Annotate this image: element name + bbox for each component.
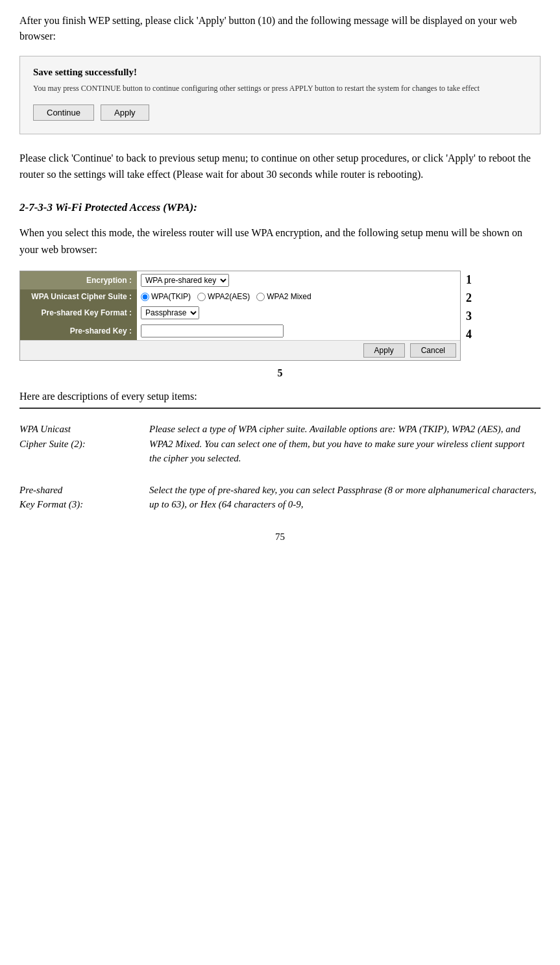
wpa-description: When you select this mode, the wireless … [19,225,541,258]
save-subtitle: You may press CONTINUE button to continu… [33,83,527,94]
desc-row-psk-format: Pre-sharedKey Format (3): Select the typ… [19,479,541,516]
desc-value-psk-format: Select the type of pre-shared key, you c… [149,479,541,516]
save-success-box: Save setting successfully! You may press… [19,56,541,134]
num-3: 3 [466,307,472,325]
wpa-radio-group: WPA(TKIP) WPA2(AES) WPA2 Mixed [141,292,456,301]
encryption-label: Encryption : [20,271,137,289]
continue-text: Please click 'Continue' to back to previ… [19,150,541,183]
wpa-cipher-options: WPA(TKIP) WPA2(AES) WPA2 Mixed [137,289,460,304]
intro-text: After you finish WEP setting, please cli… [19,13,541,44]
psk-key-cell [137,322,460,340]
psk-key-label: Pre-shared Key : [20,322,137,340]
desc-term-psk-format: Pre-sharedKey Format (3): [19,479,149,516]
wpa-cipher-label: WPA Unicast Cipher Suite : [20,289,137,304]
descriptions-table: WPA UnicastCipher Suite (2): Please sele… [19,418,541,516]
encryption-value-cell: WPA pre-shared key [137,271,460,289]
section-heading: 2-7-3-3 Wi-Fi Protected Access (WPA): [19,201,541,214]
encryption-select[interactable]: WPA pre-shared key [141,274,229,287]
desc-row-wpa-cipher: WPA UnicastCipher Suite (2): Please sele… [19,418,541,470]
form-action-row: Apply Cancel [20,340,460,360]
divider [19,408,541,409]
psk-format-cell: Passphrase [137,304,460,322]
setup-form-table: Encryption : WPA pre-shared key WPA Unic… [19,271,461,361]
psk-format-select[interactable]: Passphrase [141,306,199,319]
num-4: 4 [466,325,472,343]
wpa2-mixed-label[interactable]: WPA2 Mixed [256,292,311,301]
row-numbers: 1 2 3 4 [466,271,472,343]
num-1: 1 [466,271,472,289]
wpa2-aes-label[interactable]: WPA2(AES) [197,292,250,301]
psk-format-label: Pre-shared Key Format : [20,304,137,322]
desc-value-wpa-cipher: Please select a type of WPA cipher suite… [149,418,541,470]
wpa2-mixed-radio[interactable] [256,293,265,301]
wpa-tkip-radio[interactable] [141,293,149,301]
continue-button[interactable]: Continue [33,104,94,121]
wpa-cipher-row: WPA Unicast Cipher Suite : WPA(TKIP) WPA… [20,289,460,304]
here-desc: Here are descriptions of every setup ite… [19,391,541,402]
save-buttons: Continue Apply [33,104,527,121]
desc-term-wpa-cipher: WPA UnicastCipher Suite (2): [19,418,149,470]
psk-key-row: Pre-shared Key : [20,322,460,340]
form-apply-button[interactable]: Apply [363,343,405,358]
desc-row-spacer [19,470,541,479]
form-cancel-button[interactable]: Cancel [410,343,456,358]
psk-key-input[interactable] [141,324,284,337]
num-2: 2 [466,289,472,307]
num-5: 5 [19,367,541,379]
wpa2-aes-radio[interactable] [197,293,206,301]
psk-format-row: Pre-shared Key Format : Passphrase [20,304,460,322]
apply-button-box[interactable]: Apply [101,104,149,121]
page-number: 75 [19,531,541,543]
wpa-tkip-label[interactable]: WPA(TKIP) [141,292,191,301]
encryption-row: Encryption : WPA pre-shared key [20,271,460,289]
save-title: Save setting successfully! [33,67,527,78]
